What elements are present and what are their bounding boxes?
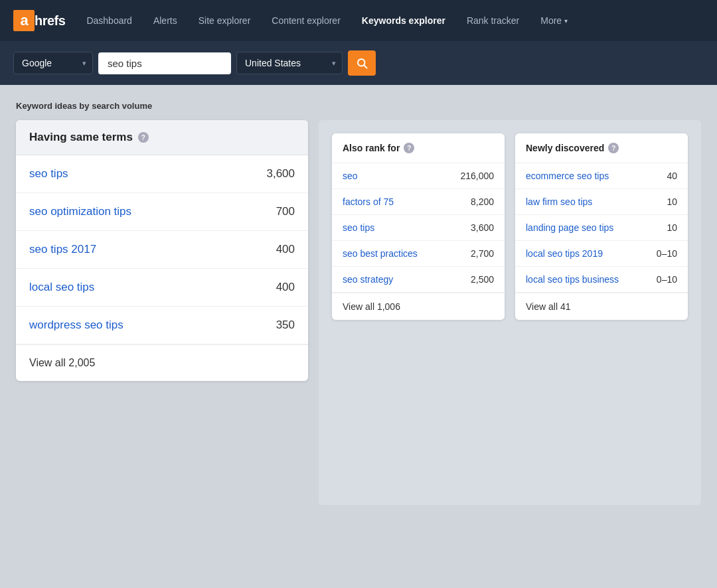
newly-vol-1: 10 [667, 196, 677, 207]
also-rank-link-2[interactable]: seo tips [343, 222, 374, 233]
also-rank-vol-4: 2,500 [471, 274, 494, 285]
newly-link-2[interactable]: landing page seo tips [526, 222, 613, 233]
keyword-link-4[interactable]: wordpress seo tips [29, 319, 123, 332]
newly-discovered-col: Newly discovered ? ecommerce seo tips 40… [515, 133, 688, 320]
newly-link-4[interactable]: local seo tips business [526, 274, 619, 285]
also-rank-for-info-icon[interactable]: ? [404, 143, 414, 153]
newly-link-3[interactable]: local seo tips 2019 [526, 248, 603, 259]
engine-select-wrapper[interactable]: Google Bing YouTube ▾ [13, 52, 93, 74]
main-content: Keyword ideas by search volume Having sa… [0, 85, 717, 588]
keyword-volume-0: 3,600 [266, 167, 295, 181]
also-rank-vol-2: 3,600 [471, 222, 494, 233]
newly-link-1[interactable]: law firm seo tips [526, 196, 592, 207]
nav-more[interactable]: More ▾ [532, 10, 576, 31]
engine-select[interactable]: Google Bing YouTube [13, 52, 93, 74]
right-panel: Also rank for ? seo 216,000 factors of 7… [319, 120, 701, 505]
keyword-link-2[interactable]: seo tips 2017 [29, 243, 96, 256]
same-terms-title: Having same terms ? [29, 131, 295, 144]
newly-vol-4: 0–10 [657, 274, 677, 285]
also-rank-item-3: seo best practices 2,700 [332, 241, 505, 267]
newly-discovered-title: Newly discovered [526, 143, 604, 153]
newly-view-all[interactable]: View all 41 [515, 293, 688, 320]
newly-item-2: landing page seo tips 10 [515, 215, 688, 241]
newly-vol-0: 40 [667, 171, 677, 181]
newly-discovered-header: Newly discovered ? [515, 133, 688, 163]
keyword-volume-3: 400 [276, 281, 295, 294]
search-icon [356, 57, 368, 69]
keyword-row-3: local seo tips 400 [16, 269, 308, 307]
nav-content-explorer[interactable]: Content explorer [264, 10, 349, 31]
nav-alerts[interactable]: Alerts [145, 10, 185, 31]
also-rank-item-0: seo 216,000 [332, 163, 505, 189]
newly-item-0: ecommerce seo tips 40 [515, 163, 688, 189]
same-terms-info-icon[interactable]: ? [138, 132, 149, 143]
rank-columns: Also rank for ? seo 216,000 factors of 7… [332, 133, 688, 320]
nav-more-caret-icon: ▾ [564, 17, 568, 25]
newly-item-1: law firm seo tips 10 [515, 189, 688, 215]
cards-row: Having same terms ? seo tips 3,600 seo o… [16, 120, 701, 505]
also-rank-for-col: Also rank for ? seo 216,000 factors of 7… [332, 133, 505, 320]
keyword-row-2: seo tips 2017 400 [16, 231, 308, 269]
logo[interactable]: a hrefs [13, 10, 65, 31]
same-terms-title-text: Having same terms [29, 131, 133, 144]
search-bar: Google Bing YouTube ▾ United States Unit… [0, 41, 717, 85]
search-input[interactable] [98, 52, 231, 74]
same-terms-card: Having same terms ? seo tips 3,600 seo o… [16, 120, 308, 381]
also-rank-item-1: factors of 75 8,200 [332, 189, 505, 215]
search-button[interactable] [348, 50, 376, 76]
navbar: a hrefs Dashboard Alerts Site explorer C… [0, 0, 717, 41]
nav-site-explorer[interactable]: Site explorer [191, 10, 259, 31]
country-select[interactable]: United States United Kingdom Canada Aust… [236, 52, 343, 74]
keyword-row-1: seo optimization tips 700 [16, 193, 308, 231]
also-rank-link-3[interactable]: seo best practices [343, 248, 418, 259]
same-terms-view-all[interactable]: View all 2,005 [16, 344, 308, 381]
also-rank-item-4: seo strategy 2,500 [332, 267, 505, 293]
newly-item-4: local seo tips business 0–10 [515, 267, 688, 293]
keyword-volume-2: 400 [276, 243, 295, 256]
also-rank-item-2: seo tips 3,600 [332, 215, 505, 241]
also-rank-link-4[interactable]: seo strategy [343, 274, 393, 285]
logo-hrefs-text: hrefs [35, 13, 65, 29]
also-rank-for-title: Also rank for [343, 143, 400, 153]
logo-a-letter: a [13, 10, 35, 31]
nav-keywords-explorer[interactable]: Keywords explorer [354, 10, 453, 31]
newly-item-3: local seo tips 2019 0–10 [515, 241, 688, 267]
nav-rank-tracker[interactable]: Rank tracker [459, 10, 527, 31]
keyword-link-3[interactable]: local seo tips [29, 281, 94, 294]
also-rank-view-all[interactable]: View all 1,006 [332, 293, 505, 320]
newly-discovered-info-icon[interactable]: ? [608, 143, 619, 153]
keyword-link-0[interactable]: seo tips [29, 167, 68, 181]
newly-link-0[interactable]: ecommerce seo tips [526, 171, 609, 181]
keyword-volume-1: 700 [276, 205, 295, 218]
section-label: Keyword ideas by search volume [16, 101, 701, 111]
nav-dashboard[interactable]: Dashboard [78, 10, 140, 31]
nav-more-label: More [540, 15, 562, 26]
newly-vol-3: 0–10 [657, 248, 677, 259]
country-select-wrapper[interactable]: United States United Kingdom Canada Aust… [236, 52, 343, 74]
newly-vol-2: 10 [667, 222, 677, 233]
same-terms-header: Having same terms ? [16, 120, 308, 155]
keyword-link-1[interactable]: seo optimization tips [29, 205, 131, 218]
also-rank-vol-3: 2,700 [471, 248, 494, 259]
keyword-row-0: seo tips 3,600 [16, 155, 308, 193]
svg-line-1 [364, 65, 366, 68]
also-rank-for-header: Also rank for ? [332, 133, 505, 163]
also-rank-vol-0: 216,000 [460, 171, 494, 181]
also-rank-link-0[interactable]: seo [343, 171, 358, 181]
also-rank-link-1[interactable]: factors of 75 [343, 196, 394, 207]
also-rank-vol-1: 8,200 [471, 196, 494, 207]
keyword-row-4: wordpress seo tips 350 [16, 307, 308, 344]
keyword-volume-4: 350 [276, 319, 295, 332]
